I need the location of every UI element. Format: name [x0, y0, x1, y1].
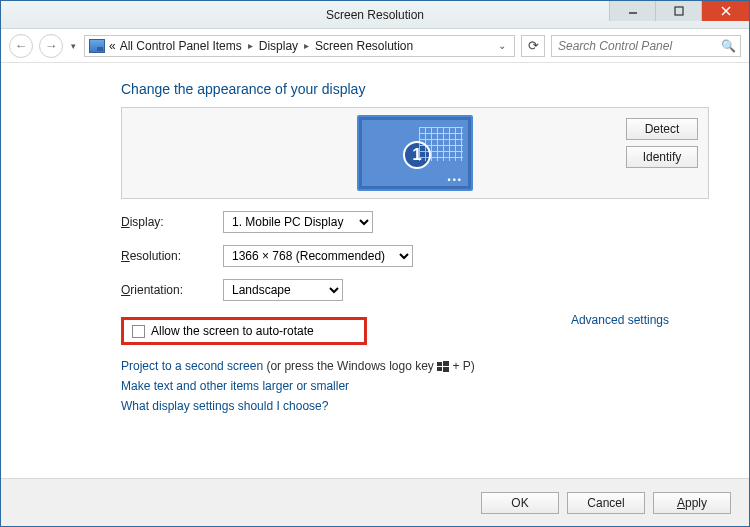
detect-button[interactable]: Detect	[626, 118, 698, 140]
forward-icon: →	[45, 38, 58, 53]
svg-rect-6	[437, 367, 442, 371]
display-label: DDisplay:isplay:	[121, 215, 211, 229]
back-icon: ←	[15, 38, 28, 53]
auto-rotate-highlight: AAllow the screen to auto-rotatellow the…	[121, 317, 367, 345]
titlebar: Screen Resolution	[1, 1, 749, 29]
window-controls	[609, 1, 749, 21]
refresh-icon: ⟳	[528, 38, 539, 53]
back-button[interactable]: ←	[9, 34, 33, 58]
which-settings-link[interactable]: What display settings should I choose?	[121, 399, 328, 413]
svg-rect-5	[443, 361, 449, 366]
project-screen-link[interactable]: Project to a second screen	[121, 359, 263, 373]
window-title: Screen Resolution	[326, 8, 424, 22]
chevron-right-icon[interactable]: ▸	[246, 40, 255, 51]
chevron-right-icon[interactable]: ▸	[302, 40, 311, 51]
windows-logo-icon	[437, 361, 449, 373]
address-bar[interactable]: « All Control Panel Items ▸ Display ▸ Sc…	[84, 35, 515, 57]
resolution-label: Resolution:	[121, 249, 211, 263]
close-button[interactable]	[701, 1, 749, 21]
svg-rect-4	[437, 362, 442, 366]
text-size-link[interactable]: Make text and other items larger or smal…	[121, 379, 349, 393]
close-icon	[721, 6, 731, 16]
search-icon[interactable]: 🔍	[721, 39, 736, 53]
footer: OK Cancel AApplypply	[1, 478, 749, 526]
breadcrumb-prefix: «	[109, 39, 116, 53]
breadcrumb-item[interactable]: All Control Panel Items	[120, 39, 242, 53]
maximize-button[interactable]	[655, 1, 701, 21]
cancel-button[interactable]: Cancel	[567, 492, 645, 514]
breadcrumb-item[interactable]: Screen Resolution	[315, 39, 413, 53]
monitor-number: 1	[403, 141, 431, 169]
monitor-dots-icon: •••	[448, 175, 463, 185]
orientation-label: Orientation:	[121, 283, 211, 297]
window: Screen Resolution ← → ▾ « All Control Pa…	[0, 0, 750, 527]
display-preview: 1 ••• Detect Identify	[121, 107, 709, 199]
advanced-settings-link[interactable]: Advanced settings	[571, 313, 669, 327]
address-dropdown[interactable]: ⌄	[494, 40, 510, 51]
minimize-icon	[628, 6, 638, 16]
orientation-select[interactable]: Landscape	[223, 279, 343, 301]
search-input[interactable]	[556, 38, 717, 54]
auto-rotate-label: AAllow the screen to auto-rotatellow the…	[151, 324, 314, 338]
page-heading: Change the appearance of your display	[121, 81, 709, 97]
project-hint-text: (or press the Windows logo key	[266, 359, 437, 373]
svg-rect-1	[675, 7, 683, 15]
refresh-button[interactable]: ⟳	[521, 35, 545, 57]
breadcrumb-item[interactable]: Display	[259, 39, 298, 53]
project-hint-text2: + P)	[453, 359, 475, 373]
svg-rect-7	[443, 367, 449, 372]
display-icon	[89, 39, 105, 53]
history-dropdown[interactable]: ▾	[69, 41, 78, 51]
breadcrumb: « All Control Panel Items ▸ Display ▸ Sc…	[109, 39, 490, 53]
auto-rotate-checkbox[interactable]	[132, 325, 145, 338]
identify-button[interactable]: Identify	[626, 146, 698, 168]
search-box[interactable]: 🔍	[551, 35, 741, 57]
apply-button[interactable]: AApplypply	[653, 492, 731, 514]
content-area: Change the appearance of your display 1 …	[1, 63, 749, 478]
resolution-select[interactable]: 1366 × 768 (Recommended)	[223, 245, 413, 267]
forward-button[interactable]: →	[39, 34, 63, 58]
minimize-button[interactable]	[609, 1, 655, 21]
monitor-thumbnail[interactable]: 1 •••	[357, 115, 473, 191]
nav-row: ← → ▾ « All Control Panel Items ▸ Displa…	[1, 29, 749, 63]
ok-button[interactable]: OK	[481, 492, 559, 514]
maximize-icon	[674, 6, 684, 16]
display-select[interactable]: 1. Mobile PC Display	[223, 211, 373, 233]
